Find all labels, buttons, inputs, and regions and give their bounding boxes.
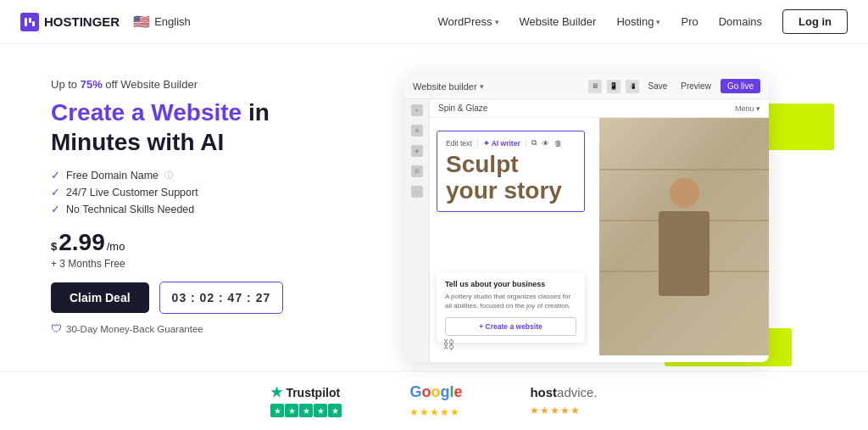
gstar-4: ★ [440,406,449,418]
main-content: Up to 75% off Website Builder Create a W… [0,44,868,371]
site-name: Spin & Glaze [438,103,487,113]
hastar-2: ★ [540,405,549,416]
star-5: ★ [328,404,342,417]
feature-skills: ✓ No Technical Skills Needed [51,203,322,215]
site-hero-area: Edit text ✦ AI writer ⧉ 👁 🗑 [430,118,769,355]
main-nav: WordPress ▾ Website Builder Hosting ▾ Pr… [438,9,848,34]
nav-domains[interactable]: Domains [719,15,762,28]
language-label: English [154,15,191,28]
svg-rect-0 [25,18,27,26]
hostadvice-stars: ★ ★ ★ ★ ★ [530,405,580,416]
sidebar-add-icon[interactable]: + [411,104,423,116]
info-icon: ⓘ [164,170,173,181]
builder-label: Website builder ▾ [413,81,484,92]
price-subtext: + 3 Months Free [51,258,322,270]
price-row: $ 2.99 /mo [51,229,322,256]
promo-percent: 75% [81,78,103,91]
hastar-5: ★ [570,405,580,416]
preview-button[interactable]: Preview [676,80,715,92]
hero-right: Website builder ▾ 🖥 📱 📲 Save Preview Go … [356,70,817,371]
google-name: Google [409,383,462,401]
nav-hosting[interactable]: Hosting ▾ [616,15,660,28]
star-4: ★ [314,404,327,417]
hostadvice-name: hostadvice. [530,385,597,399]
save-button[interactable]: Save [644,80,672,92]
headline: Create a Website inMinutes with AI [51,98,322,157]
feature-domain: ✓ Free Domain Name ⓘ [51,169,322,181]
header-left: HOSTINGER 🇺🇸 English [20,13,191,31]
gstar-1: ★ [409,406,419,418]
logo-icon [20,13,39,31]
check-icon: ✓ [51,203,60,215]
eye-tool[interactable]: 👁 [542,139,549,148]
edit-text-tool[interactable]: Edit text [446,139,472,148]
google-stars: ★ ★ ★ ★ ★ [409,406,459,418]
toolbar-divider [477,139,478,148]
trust-bar: ★ Trustpilot ★ ★ ★ ★ ★ Google ★ ★ ★ ★ ★ [0,371,868,430]
svg-rect-2 [32,21,35,26]
toolbar-divider [526,139,526,148]
link-icon[interactable]: ⛓ [442,338,454,351]
check-icon: ✓ [51,169,60,181]
star-2: ★ [285,404,298,417]
topbar-right: 🖥 📱 📲 Save Preview Go live [588,79,761,93]
nav-pro[interactable]: Pro [681,15,698,28]
sidebar-grid-icon[interactable]: ⊞ [411,165,423,177]
star-3: ★ [299,404,313,417]
hostadvice-content: hostadvice. ★ ★ ★ ★ ★ [530,385,597,416]
desktop-icon[interactable]: 🖥 [588,80,602,93]
browser-body: + ⊕ ◈ ⊞ ··· Spin & Glaze Menu ▾ [404,99,769,362]
copy-tool[interactable]: ⧉ [531,138,537,148]
shelf-2 [599,220,769,221]
site-name-bar: Spin & Glaze Menu ▾ [430,99,769,118]
shelf-decoration [599,118,769,355]
sidebar-more-icon[interactable]: ··· [411,186,423,198]
hastar-4: ★ [560,405,570,416]
builder-sidebar: + ⊕ ◈ ⊞ ··· [404,99,430,362]
sidebar-layers-icon[interactable]: ◈ [411,145,423,157]
chevron-down-icon: ▾ [656,18,660,26]
sidebar-search-icon[interactable]: ⊕ [411,125,423,137]
sculpt-text: Sculpt your story [446,152,576,204]
language-selector[interactable]: 🇺🇸 English [133,14,191,30]
tablet-icon[interactable]: 📱 [607,80,620,93]
ai-business-panel: Tell us about your business A pottery st… [437,273,585,343]
star-1: ★ [270,404,284,417]
ai-panel-description: A pottery studio that organizes classes … [445,292,576,310]
sparkle-icon: ✦ [483,139,490,148]
nav-wordpress[interactable]: WordPress ▾ [438,15,499,28]
gstar-3: ★ [430,406,439,418]
trustpilot-stars: ★ ★ ★ ★ ★ [270,404,342,417]
cta-row: Claim Deal 03 : 02 : 47 : 27 [51,282,322,314]
mobile-icon[interactable]: 📲 [626,80,639,93]
hastar-1: ★ [530,405,539,416]
login-button[interactable]: Log in [782,9,848,34]
flag-icon: 🇺🇸 [133,14,150,30]
browser-mockup: Website builder ▾ 🖥 📱 📲 Save Preview Go … [404,74,769,362]
ai-create-button[interactable]: + Create a website [445,317,576,336]
green-accent-top [766,103,834,150]
shelf-3 [599,271,769,272]
hero-background [599,118,769,355]
google-logo: Google ★ ★ ★ ★ ★ [409,383,462,418]
browser-topbar: Website builder ▾ 🖥 📱 📲 Save Preview Go … [404,74,769,99]
text-edit-overlay[interactable]: Edit text ✦ AI writer ⧉ 👁 🗑 [437,131,585,212]
golive-button[interactable]: Go live [721,79,760,93]
trustpilot-content: ★ Trustpilot ★ ★ ★ ★ ★ [270,384,342,417]
shelf-1 [599,169,769,170]
logo[interactable]: HOSTINGER [20,13,120,31]
builder-canvas: Spin & Glaze Menu ▾ [430,99,769,362]
gstar-2: ★ [420,406,429,418]
delete-tool[interactable]: 🗑 [554,139,562,148]
menu-button[interactable]: Menu ▾ [735,104,760,113]
claim-deal-button[interactable]: Claim Deal [51,282,149,313]
logo-text: HOSTINGER [44,14,120,29]
header: HOSTINGER 🇺🇸 English WordPress ▾ Website… [0,0,868,44]
shield-icon: 🛡 [51,322,62,335]
ai-writer-tool[interactable]: ✦ AI writer [483,139,520,148]
google-content: Google ★ ★ ★ ★ ★ [409,383,462,418]
nav-website-builder[interactable]: Website Builder [520,15,597,28]
trustpilot-name: ★ Trustpilot [270,384,340,400]
features-list: ✓ Free Domain Name ⓘ ✓ 24/7 Live Custome… [51,169,322,215]
ai-panel-title: Tell us about your business [445,280,576,288]
